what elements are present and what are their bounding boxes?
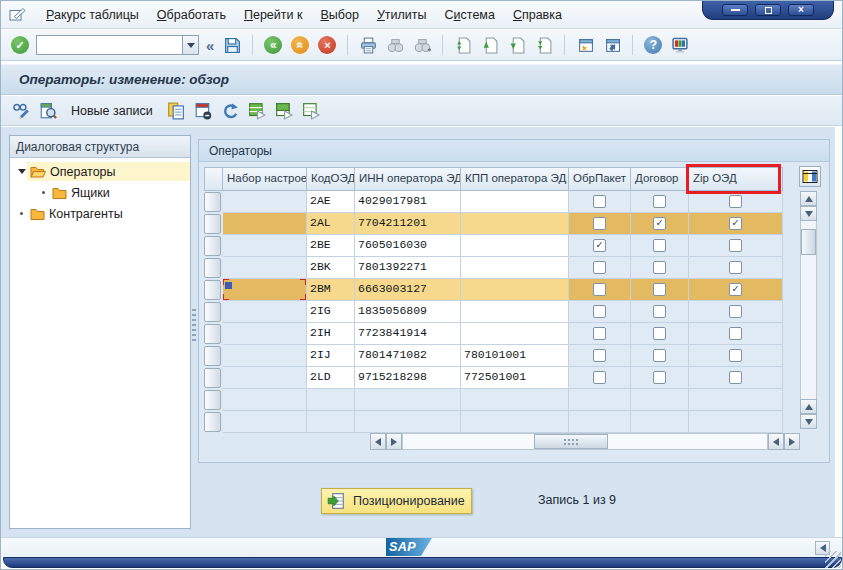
cell-inn[interactable]: 7801471082 [355,345,461,367]
vertical-scroll-thumb[interactable] [801,229,816,255]
checkbox-zip-oed[interactable] [729,195,742,208]
undo-icon[interactable] [220,101,240,121]
row-selector[interactable] [204,346,221,366]
checkbox-obrpaket[interactable] [593,195,606,208]
cell-inn[interactable]: 1835056809 [355,301,461,323]
cell-kpp[interactable] [461,235,569,257]
cell-kod-oed[interactable]: 2IJ [307,345,355,367]
table-settings-icon[interactable] [799,166,821,187]
copy-entries-icon[interactable] [166,101,186,121]
cell-kpp[interactable]: 772501001 [461,367,569,389]
maximize-button[interactable] [755,4,781,16]
horizontal-scroll-thumb[interactable] [534,434,608,449]
cancel-icon[interactable]: × [316,34,338,56]
cell-inn[interactable]: 4029017981 [355,191,461,213]
row-selector[interactable] [204,412,221,432]
checkbox-obrpaket[interactable] [593,283,606,296]
select-all-icon[interactable] [247,101,267,121]
table-view-menu-icon[interactable] [9,7,27,22]
new-session-icon[interactable] [574,34,596,56]
deselect-all-icon[interactable] [301,101,321,121]
scroll-page-right-icon[interactable] [784,433,800,450]
checkbox-obrpaket[interactable] [593,261,606,274]
row-selector[interactable] [204,324,221,344]
select-block-icon[interactable] [274,101,294,121]
new-entries-button[interactable]: Новые записи [65,102,159,120]
scroll-up-icon[interactable] [800,191,817,206]
checkbox-obrpaket[interactable] [593,305,606,318]
checkbox-obrpaket[interactable] [593,349,606,362]
cell-kod-oed[interactable]: 2BM [307,279,355,301]
next-page-icon[interactable] [506,34,528,56]
row-selector[interactable] [204,390,221,410]
tree-item-операторы[interactable]: Операторы [10,161,190,182]
checkbox-dogovor[interactable] [653,371,666,384]
cell-kod-oed[interactable]: 2BE [307,235,355,257]
customize-local-layout-icon[interactable] [669,34,691,56]
menu-goto[interactable]: Перейти к [235,4,311,26]
row-selector[interactable] [204,214,221,234]
cell-nabor-nastroek[interactable] [223,279,307,301]
cell-nabor-nastroek[interactable] [223,213,307,235]
menu-utilities[interactable]: Утилиты [368,4,436,26]
menu-edit[interactable]: Обработать [148,4,235,26]
expand-arrow-icon[interactable] [16,169,27,174]
minimize-button[interactable] [722,4,748,16]
cell-kpp[interactable] [461,323,569,345]
checkbox-zip-oed[interactable] [729,349,742,362]
column-header-кпп-оператора-эд[interactable]: КПП оператора ЭД [461,167,569,191]
cell-inn[interactable]: 6663003127 [355,279,461,301]
back-icon[interactable]: « [262,34,284,56]
command-dropdown-icon[interactable] [182,35,199,55]
scroll-page-left-icon[interactable] [768,433,784,450]
cell-kpp[interactable] [461,257,569,279]
column-header-набор-настроек[interactable]: Набор настроек [223,167,307,191]
panel-splitter-handle[interactable] [192,309,196,343]
previous-page-icon[interactable] [479,34,501,56]
column-header-кодоэд[interactable]: КодОЭД [307,167,355,191]
cell-inn[interactable]: 7704211201 [355,213,461,235]
cell-inn[interactable]: 7605016030 [355,235,461,257]
select-all-rows-header[interactable] [204,167,223,191]
menu-table-view[interactable]: Ракурс таблицы [37,4,148,26]
find-icon[interactable] [384,34,406,56]
checkbox-dogovor[interactable] [653,283,666,296]
cell-inn[interactable]: 9715218298 [355,367,461,389]
row-selector[interactable] [204,302,221,322]
checkbox-zip-oed[interactable]: ✓ [729,217,742,230]
cell-nabor-nastroek[interactable] [223,345,307,367]
checkbox-zip-oed[interactable] [729,239,742,252]
scroll-page-up-icon[interactable] [800,399,817,414]
vertical-scroll-track[interactable] [800,221,817,399]
delete-row-icon[interactable] [193,101,213,121]
checkbox-zip-oed[interactable] [729,371,742,384]
save-icon[interactable] [221,34,243,56]
help-icon[interactable]: ? [642,34,664,56]
checkbox-obrpaket[interactable] [593,371,606,384]
overview-icon[interactable] [38,101,58,121]
cell-kpp[interactable] [461,279,569,301]
command-field[interactable] [36,35,182,55]
cell-nabor-nastroek[interactable] [223,323,307,345]
first-page-icon[interactable] [452,34,474,56]
scroll-left-icon[interactable] [370,433,386,450]
column-header-обрпакет[interactable]: ОбрПакет [569,167,631,191]
positioning-button[interactable]: Позиционирование [321,488,472,514]
row-selector[interactable] [204,192,221,212]
checkbox-zip-oed[interactable] [729,305,742,318]
enter-icon[interactable]: ✓ [9,34,31,56]
row-selector[interactable] [204,280,221,300]
cell-kod-oed[interactable]: 2IH [307,323,355,345]
tree-item-контрагенты[interactable]: Контрагенты [10,203,190,224]
menu-help[interactable]: Справка [504,4,571,26]
cell-inn[interactable]: 7723841914 [355,323,461,345]
cell-nabor-nastroek[interactable] [223,191,307,213]
exit-icon[interactable]: « [289,34,311,56]
checkbox-dogovor[interactable] [653,305,666,318]
checkbox-zip-oed[interactable] [729,327,742,340]
checkbox-obrpaket[interactable] [593,327,606,340]
collapse-command-icon[interactable]: « [204,37,216,54]
cell-kpp[interactable] [461,301,569,323]
cell-nabor-nastroek[interactable] [223,235,307,257]
cell-kpp[interactable]: 780101001 [461,345,569,367]
